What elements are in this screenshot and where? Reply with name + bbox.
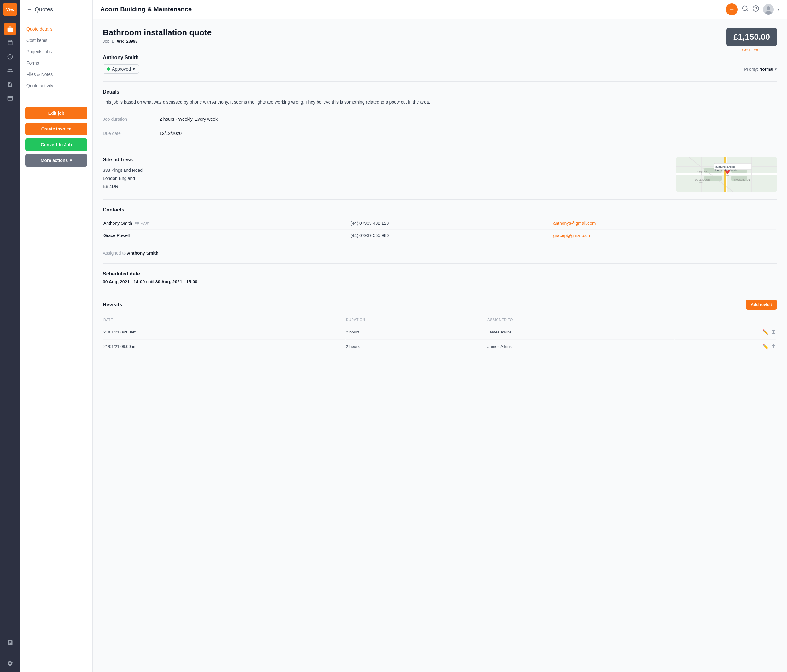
- edit-revisit-0-icon[interactable]: ✏️: [762, 329, 769, 335]
- svg-point-0: [743, 6, 747, 11]
- site-address-title: Site address: [103, 157, 668, 162]
- revisit-row-1: 21/01/21 09:00am 2 hours James Atkins ✏️…: [103, 339, 776, 353]
- help-icon[interactable]: [752, 5, 759, 14]
- duration-label: Job duration: [103, 117, 160, 121]
- icon-navigation: We.: [0, 0, 20, 672]
- create-invoice-button[interactable]: Create invoice: [25, 123, 87, 135]
- nav-icon-calendar[interactable]: [4, 36, 16, 49]
- priority-chevron-icon: ▾: [775, 67, 777, 71]
- assigned-row: Assigned to Anthony Smith: [103, 251, 777, 256]
- add-button[interactable]: +: [726, 3, 738, 16]
- status-row: Approved ▾ Priority: Normal ▾: [103, 64, 777, 74]
- sidebar-item-projects-jobs[interactable]: Projects jobs: [20, 46, 92, 57]
- contact-row-1: Grace Powell (44) 07939 555 980 gracep@g…: [103, 229, 776, 241]
- svg-point-5: [766, 6, 770, 10]
- sidebar-item-files-notes[interactable]: Files & Notes: [20, 69, 92, 80]
- user-avatar[interactable]: [763, 4, 774, 15]
- status-dot: [107, 68, 110, 71]
- revisits-tbody: 21/01/21 09:00am 2 hours James Atkins ✏️…: [103, 325, 776, 353]
- price-box: £1,150.00: [727, 28, 777, 46]
- convert-to-job-button[interactable]: Convert to Job: [25, 138, 87, 151]
- contact-email-0[interactable]: anthonys@gmail.com: [553, 217, 777, 229]
- assigned-person: Anthony Smith: [127, 251, 159, 256]
- nav-icon-settings[interactable]: [4, 657, 16, 669]
- quote-title: Bathroom installation quote: [103, 28, 212, 38]
- edit-revisit-1-icon[interactable]: ✏️: [762, 344, 769, 350]
- topbar-actions: + ▾: [726, 3, 779, 16]
- sidebar-item-quote-activity[interactable]: Quote activity: [20, 80, 92, 91]
- svg-point-6: [765, 11, 771, 15]
- nav-icon-document[interactable]: [4, 78, 16, 91]
- contacts-title: Contacts: [103, 207, 777, 213]
- revisit-assigned-1: James Atkins: [487, 339, 674, 353]
- contact-email-1[interactable]: gracep@gmail.com: [553, 229, 777, 241]
- price-amount: £1,150.00: [733, 32, 770, 42]
- map-box[interactable]: 333 Kingsland Rd, Haggerston, London... …: [676, 157, 777, 192]
- cost-items-link[interactable]: Cost items: [727, 47, 777, 52]
- priority-selector[interactable]: Priority: Normal ▾: [744, 67, 777, 71]
- section-divider-1: [103, 81, 777, 82]
- revisit-duration-1: 2 hours: [346, 339, 487, 353]
- revisits-header: Revisits Add revisit: [103, 300, 777, 309]
- chevron-down-icon: ▾: [70, 158, 72, 163]
- contact-name-1: Grace Powell: [103, 229, 350, 241]
- revisit-actions-0: ✏️ 🗑: [675, 325, 776, 339]
- scheduled-end: 30 Aug, 2021 - 15:00: [155, 279, 198, 284]
- svg-text:333 Kingsland Rd,: 333 Kingsland Rd,: [716, 166, 736, 168]
- status-badge[interactable]: Approved ▾: [103, 64, 139, 74]
- sidebar-buttons: Edit job Create invoice Convert to Job M…: [20, 102, 92, 172]
- sidebar-item-quote-details[interactable]: Quote details: [20, 23, 92, 35]
- sidebar-divider: [20, 99, 92, 99]
- sidebar-item-forms[interactable]: Forms: [20, 57, 92, 69]
- details-description: This job is based on what was discussed …: [103, 99, 777, 106]
- detail-row-due-date: Due date 12/12/2020: [103, 126, 777, 140]
- svg-text:Haggerston, London...: Haggerston, London...: [716, 169, 740, 172]
- edit-job-button[interactable]: Edit job: [25, 107, 87, 120]
- scheduled-section: Scheduled date 30 Aug, 2021 - 14:00 unti…: [103, 271, 777, 284]
- address-line2: London England: [103, 175, 668, 183]
- contacts-table: Anthony Smith PRIMARY (44) 07939 432 123…: [103, 216, 777, 242]
- back-label: Quotes: [35, 6, 53, 13]
- nav-icon-invoice[interactable]: [4, 92, 16, 105]
- priority-value: Normal: [759, 67, 773, 71]
- nav-icon-chart[interactable]: [4, 636, 16, 649]
- more-actions-button[interactable]: More actions ▾: [25, 154, 87, 167]
- due-date-value: 12/12/2020: [160, 131, 182, 136]
- revisit-actions-1: ✏️ 🗑: [675, 339, 776, 353]
- revisit-action-buttons-1: ✏️ 🗑: [675, 344, 776, 350]
- customer-name: Anthony Smith: [103, 55, 777, 60]
- status-chevron-icon: ▾: [133, 66, 135, 71]
- add-revisit-button[interactable]: Add revisit: [746, 300, 777, 309]
- svg-text:TOWN: TOWN: [697, 181, 703, 184]
- topbar: Acorn Building & Maintenance + ▾: [93, 0, 787, 19]
- revisits-thead: DATE DURATION ASSIGNED TO: [103, 315, 776, 324]
- revisits-title: Revisits: [103, 302, 122, 308]
- back-to-quotes[interactable]: ← Quotes: [20, 0, 92, 18]
- more-actions-label: More actions: [41, 158, 68, 163]
- col-date: DATE: [103, 315, 345, 324]
- content-area: Bathroom installation quote Job ID: WRT2…: [93, 19, 787, 672]
- sidebar-item-cost-items[interactable]: Cost items: [20, 35, 92, 46]
- nav-icon-briefcase[interactable]: [4, 23, 16, 35]
- nav-icon-people[interactable]: [4, 64, 16, 77]
- detail-row-duration: Job duration 2 hours - Weekly, Every wee…: [103, 112, 777, 126]
- user-menu-chevron[interactable]: ▾: [778, 7, 779, 12]
- nav-icon-clock[interactable]: [4, 50, 16, 63]
- search-icon[interactable]: [741, 5, 749, 14]
- site-address-text: 333 Kingsland Road London England E8 4DR: [103, 166, 668, 190]
- duration-value: 2 hours - Weekly, Every week: [160, 117, 218, 121]
- job-id-label: Job ID:: [103, 39, 116, 44]
- quote-title-block: Bathroom installation quote Job ID: WRT2…: [103, 28, 212, 44]
- status-label: Approved: [112, 66, 131, 71]
- details-title: Details: [103, 89, 777, 95]
- revisits-header-row: DATE DURATION ASSIGNED TO: [103, 315, 776, 324]
- section-divider-5: [103, 292, 777, 292]
- contacts-section: Contacts Anthony Smith PRIMARY (44) 0793…: [103, 207, 777, 242]
- scheduled-title: Scheduled date: [103, 271, 777, 277]
- nav-divider: [2, 653, 18, 653]
- scheduled-start: 30 Aug, 2021 - 14:00: [103, 279, 145, 284]
- until-label: until: [146, 279, 155, 284]
- delete-revisit-1-icon[interactable]: 🗑: [771, 344, 776, 350]
- delete-revisit-0-icon[interactable]: 🗑: [771, 329, 776, 335]
- main-wrapper: Acorn Building & Maintenance + ▾ Bathroo…: [93, 0, 787, 672]
